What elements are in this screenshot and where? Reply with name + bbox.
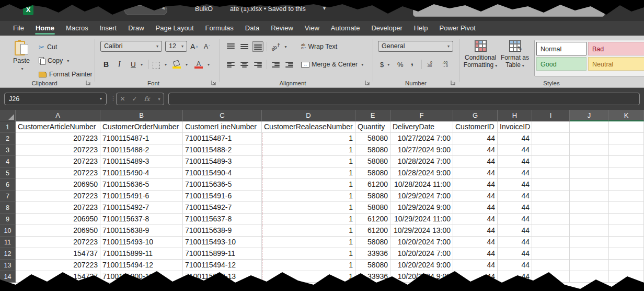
cell-D14[interactable]: 1 <box>262 271 355 283</box>
chevron-down-icon[interactable]: ▾ <box>323 5 326 11</box>
menu-tab-developer[interactable]: Developer <box>365 21 408 36</box>
cell-style-bad[interactable]: Bad <box>588 42 644 55</box>
clipboard-dialog-launcher-icon[interactable] <box>86 80 91 85</box>
menu-tab-formulas[interactable]: Formulas <box>200 21 239 36</box>
row-header-2[interactable]: 2 <box>0 133 16 144</box>
cell-F11[interactable]: 10/20/2024 7:00 <box>390 237 453 248</box>
conditional-formatting-button[interactable]: ConditionalFormatting▾ <box>463 40 498 70</box>
cell-G4[interactable]: 44 <box>453 156 498 167</box>
font-size-select[interactable]: 12▾ <box>165 41 187 52</box>
column-header-J[interactable]: J <box>570 110 609 121</box>
cell-E7[interactable]: 58080 <box>355 191 390 202</box>
number-dialog-launcher-icon[interactable] <box>451 80 456 85</box>
cell-G9[interactable]: 44 <box>453 214 498 225</box>
cell-G11[interactable]: 44 <box>453 237 498 248</box>
alignment-dialog-launcher-icon[interactable] <box>365 80 370 85</box>
cell-D13[interactable]: 1 <box>262 260 355 271</box>
cell-D4[interactable]: 1 <box>262 156 355 167</box>
cell-K14[interactable] <box>609 271 644 283</box>
column-header-G[interactable]: G <box>453 110 498 121</box>
cell-B13[interactable]: 7100115494-12 <box>100 260 183 271</box>
cell-B5[interactable]: 7100115490-4 <box>100 167 183 179</box>
cancel-icon[interactable]: ✕ <box>120 95 125 103</box>
cell-F14[interactable]: 10/20/2024 9:00 <box>390 271 453 283</box>
cell-H6[interactable]: 44 <box>498 179 532 191</box>
cell-H3[interactable]: 44 <box>498 144 532 156</box>
cell-A1[interactable]: CustomerArticleNumber <box>16 121 100 133</box>
cell-K10[interactable] <box>609 225 644 237</box>
align-middle-button[interactable] <box>238 41 250 52</box>
cell-G14[interactable]: 44 <box>453 271 498 283</box>
cell-E1[interactable]: Quantity <box>355 121 390 133</box>
cell-H11[interactable]: 44 <box>498 237 532 248</box>
column-header-B[interactable]: B <box>100 110 183 121</box>
cell-K8[interactable] <box>609 202 644 214</box>
cell-C3[interactable]: 7100115488-2 <box>183 144 262 156</box>
cell-C13[interactable]: 7100115494-12 <box>183 260 262 271</box>
cell-A11[interactable]: 207223 <box>16 237 100 248</box>
cell-F6[interactable]: 10/28/2024 11:00 <box>390 179 453 191</box>
cell-B11[interactable]: 7100115493-10 <box>100 237 183 248</box>
menu-tab-macros[interactable]: Macros <box>60 21 94 36</box>
row-header-5[interactable]: 5 <box>0 167 16 179</box>
column-header-A[interactable]: A <box>16 110 100 121</box>
column-header-F[interactable]: F <box>390 110 453 121</box>
cell-E6[interactable]: 61200 <box>355 179 390 191</box>
cell-I11[interactable] <box>532 237 570 248</box>
name-box[interactable]: J26 ▾ <box>4 93 107 105</box>
menu-tab-power-pivot[interactable]: Power Pivot <box>433 21 481 36</box>
cell-C12[interactable]: 7100115899-11 <box>183 248 262 260</box>
cell-K4[interactable] <box>609 156 644 167</box>
increase-decimal-button[interactable]: ←0.00 <box>427 59 432 70</box>
cell-J14[interactable] <box>570 271 609 283</box>
cell-A13[interactable]: 207223 <box>16 260 100 271</box>
row-header-7[interactable]: 7 <box>0 191 16 202</box>
cell-E14[interactable]: 33936 <box>355 271 390 283</box>
cell-C10[interactable]: 7100115638-9 <box>183 225 262 237</box>
cell-C4[interactable]: 7100115489-3 <box>183 156 262 167</box>
cell-style-good[interactable]: Good <box>536 57 586 71</box>
excel-app-icon[interactable]: X <box>23 5 33 15</box>
cell-E5[interactable]: 58080 <box>355 167 390 179</box>
row-header-11[interactable]: 11 <box>0 237 16 248</box>
cell-B7[interactable]: 7100115491-6 <box>100 191 183 202</box>
cell-F8[interactable]: 10/29/2024 9:00 <box>390 202 453 214</box>
cell-A5[interactable]: 207223 <box>16 167 100 179</box>
cell-H9[interactable]: 44 <box>498 214 532 225</box>
align-bottom-button[interactable] <box>252 41 263 52</box>
cell-A7[interactable]: 207223 <box>16 191 100 202</box>
cell-J11[interactable] <box>570 237 609 248</box>
cell-I9[interactable] <box>532 214 570 225</box>
cell-J8[interactable] <box>570 202 609 214</box>
cell-A10[interactable]: 206950 <box>16 225 100 237</box>
percent-style-button[interactable]: % <box>397 59 404 70</box>
cell-K5[interactable] <box>609 167 644 179</box>
document-title[interactable]: ate (1).xlsx • Saved to this <box>230 5 306 13</box>
cell-F7[interactable]: 10/29/2024 7:00 <box>390 191 453 202</box>
cell-D11[interactable]: 1 <box>262 237 355 248</box>
cell-K1[interactable] <box>609 121 644 133</box>
chevron-down-icon[interactable]: ▾ <box>141 62 143 67</box>
menu-tab-insert[interactable]: Insert <box>94 21 123 36</box>
cell-C1[interactable]: CustomerLineNumber <box>183 121 262 133</box>
cell-J12[interactable] <box>570 248 609 260</box>
cell-I10[interactable] <box>532 225 570 237</box>
font-family-select[interactable]: Calibri▾ <box>100 41 162 52</box>
menu-tab-data[interactable]: Data <box>239 21 265 36</box>
comma-style-button[interactable]: , <box>411 57 413 68</box>
column-header-C[interactable]: C <box>183 110 262 121</box>
cell-B9[interactable]: 7100115637-8 <box>100 214 183 225</box>
select-all-corner[interactable] <box>0 110 16 121</box>
cell-K13[interactable] <box>609 260 644 271</box>
cell-E2[interactable]: 58080 <box>355 133 390 144</box>
cell-H1[interactable]: InvoiceID <box>498 121 532 133</box>
wrap-text-button[interactable]: abc↩ Wrap Text <box>301 41 337 52</box>
row-header-13[interactable]: 13 <box>0 260 16 271</box>
cell-H2[interactable]: 44 <box>498 133 532 144</box>
cell-D2[interactable]: 1 <box>262 133 355 144</box>
cell-D9[interactable]: 1 <box>262 214 355 225</box>
enter-icon[interactable]: ✓ <box>132 95 137 103</box>
cell-C11[interactable]: 7100115493-10 <box>183 237 262 248</box>
cut-button[interactable]: ✂ Cut <box>39 42 57 52</box>
row-header-12[interactable]: 12 <box>0 248 16 260</box>
